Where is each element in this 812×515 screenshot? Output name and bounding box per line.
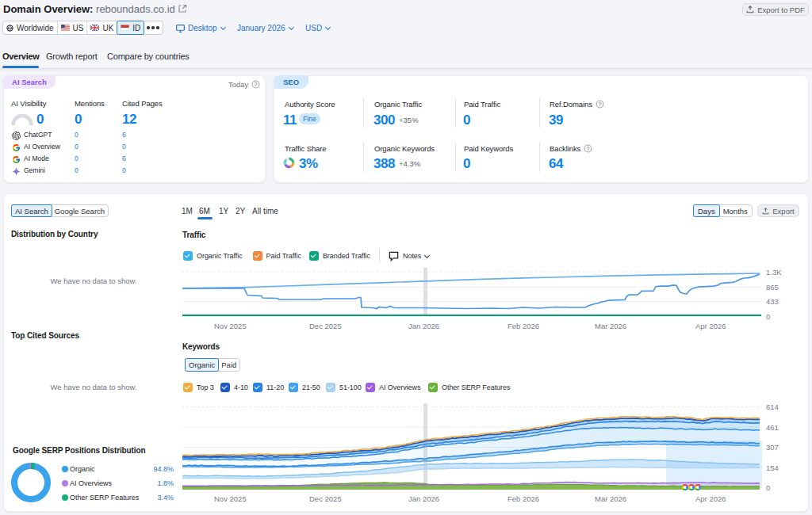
svg-text:?: ? (598, 101, 602, 108)
svg-text:?: ? (255, 81, 259, 88)
svg-text:?: ? (587, 145, 591, 152)
